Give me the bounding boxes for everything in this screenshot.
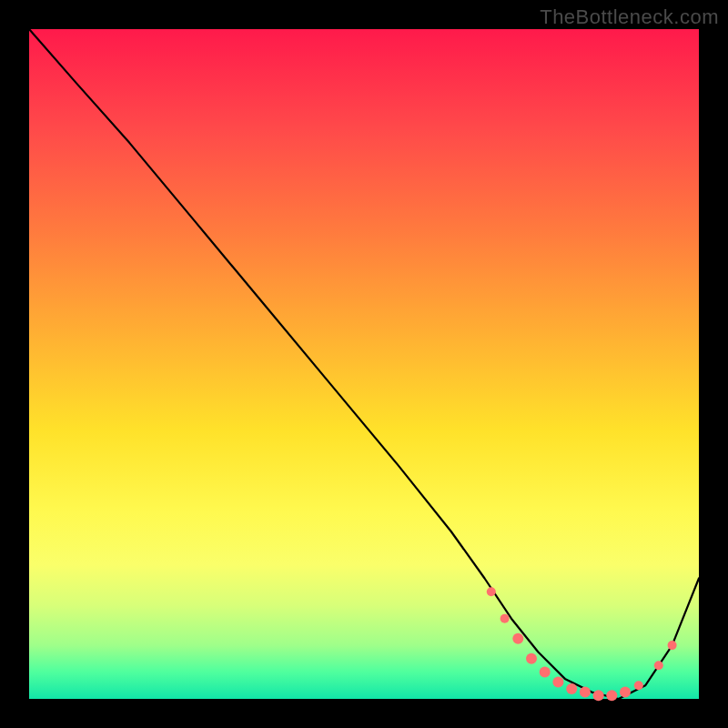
bottleneck-curve bbox=[29, 29, 699, 699]
chart-plot-area bbox=[29, 29, 699, 699]
chart-frame: TheBottleneck.com bbox=[0, 0, 728, 728]
data-marker bbox=[634, 681, 643, 690]
data-marker bbox=[552, 677, 563, 688]
data-marker bbox=[668, 641, 677, 650]
data-marker bbox=[526, 653, 537, 664]
data-marker bbox=[540, 667, 551, 678]
marker-group bbox=[487, 587, 677, 701]
chart-svg bbox=[29, 29, 699, 699]
watermark-text: TheBottleneck.com bbox=[540, 5, 719, 29]
data-marker bbox=[580, 687, 591, 698]
data-marker bbox=[620, 687, 631, 698]
data-marker bbox=[606, 690, 617, 701]
data-marker bbox=[512, 633, 523, 644]
data-marker bbox=[654, 661, 663, 670]
data-marker bbox=[500, 614, 510, 623]
data-marker bbox=[487, 587, 496, 596]
data-marker bbox=[593, 690, 604, 701]
data-marker bbox=[566, 683, 577, 694]
